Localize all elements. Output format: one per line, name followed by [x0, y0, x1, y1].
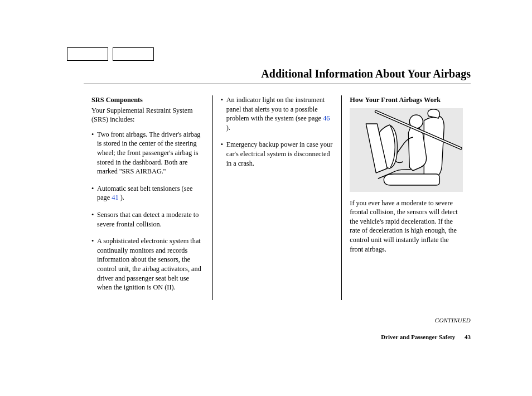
srs-list-continued: An indicator light on the instrument pan… — [221, 95, 334, 168]
column-3: How Your Front Airbags Work — [341, 95, 471, 300]
content-columns: SRS Components Your Supplemental Restrai… — [84, 95, 471, 300]
page-footer: Driver and Passenger Safety 43 — [22, 334, 471, 340]
page-link-46[interactable]: 46 — [323, 114, 330, 122]
page-link-41[interactable]: 41 — [112, 194, 118, 201]
tab-box-left[interactable] — [67, 47, 108, 61]
srs-components-heading: SRS Components — [91, 95, 205, 105]
srs-intro: Your Supplemental Restraint System (SRS)… — [91, 106, 205, 124]
footer-page-number: 43 — [465, 334, 471, 340]
list-item: Emergency backup power in case your car'… — [221, 140, 334, 168]
column-2: An indicator light on the instrument pan… — [212, 95, 342, 300]
airbag-illustration — [350, 108, 463, 192]
column-1: SRS Components Your Supplemental Restrai… — [84, 95, 212, 300]
list-item: Two front airbags. The driver's airbag i… — [91, 130, 205, 176]
footer-section: Driver and Passenger Safety — [381, 334, 455, 340]
continued-label: CONTINUED — [22, 317, 471, 323]
list-item: An indicator light on the instrument pan… — [221, 95, 334, 132]
list-item: Automatic seat belt tensioners (see page… — [91, 184, 205, 202]
list-item: Sensors that can detect a moderate to se… — [91, 210, 205, 229]
srs-list: Two front airbags. The driver's airbag i… — [91, 130, 205, 292]
tab-box-right[interactable] — [113, 47, 154, 61]
horizontal-rule — [84, 84, 471, 84]
header-tabs — [67, 47, 510, 61]
how-airbags-work-heading: How Your Front Airbags Work — [350, 95, 463, 105]
list-item: A sophisticated electronic system that c… — [91, 236, 205, 292]
airbag-paragraph: If you ever have a moderate to severe fr… — [350, 199, 463, 254]
page-title: Additional Information About Your Airbag… — [22, 67, 471, 80]
page: Additional Information About Your Airbag… — [0, 0, 532, 396]
